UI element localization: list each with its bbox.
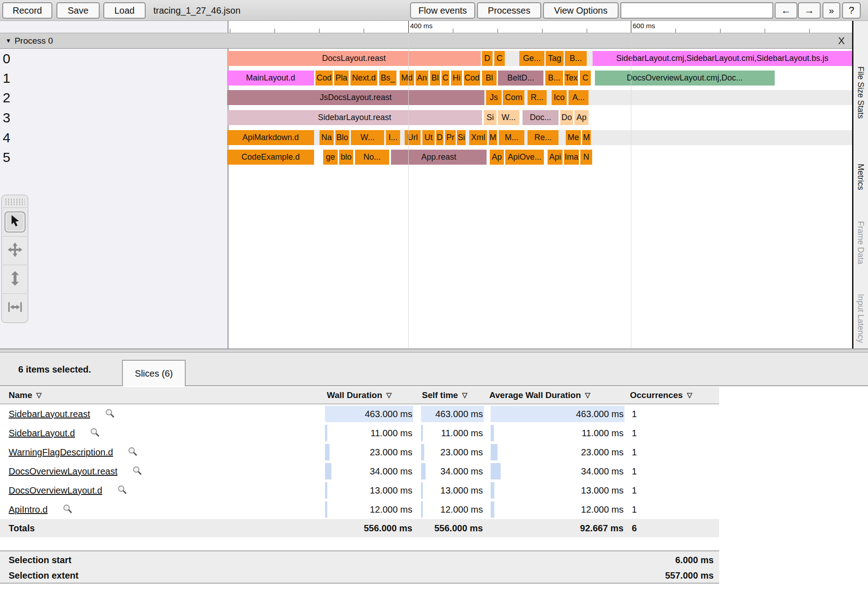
close-process-icon[interactable]: X xyxy=(838,33,845,48)
slice-name-link[interactable]: DocsOverviewLayout.reast xyxy=(9,466,117,477)
trace-slice[interactable]: C xyxy=(580,71,591,86)
trace-slice[interactable]: A... xyxy=(569,90,589,105)
flow-events-button[interactable]: Flow events xyxy=(410,2,475,19)
panel-splitter[interactable] xyxy=(0,348,868,353)
timing-tool-button[interactable] xyxy=(2,294,28,322)
trace-slice[interactable]: SidebarLayout.cmj,SidebarLayout.cmi,Side… xyxy=(593,51,852,66)
trace-slice[interactable]: Js xyxy=(486,90,502,105)
trace-slice[interactable]: DocsOverviewLayout.cmj,Doc... xyxy=(595,71,775,86)
magnifier-icon[interactable] xyxy=(90,427,100,439)
trace-slice[interactable]: Bl xyxy=(482,71,497,86)
trace-slice[interactable]: blo xyxy=(339,150,353,165)
collapse-triangle-icon[interactable]: ▼ xyxy=(5,37,11,44)
slice-name-link[interactable]: SidebarLayout.d xyxy=(9,428,75,439)
trace-slice[interactable]: Cod xyxy=(315,71,333,86)
trace-slice[interactable]: Next.d xyxy=(350,71,377,86)
trace-slice[interactable]: Pr xyxy=(445,130,456,145)
trace-slice[interactable]: Na xyxy=(320,130,334,145)
magnifier-icon[interactable] xyxy=(105,408,115,420)
trace-slice[interactable]: Api xyxy=(548,150,563,165)
process-header[interactable]: ▼ Process 0 X xyxy=(0,33,852,49)
trace-slice[interactable]: W... xyxy=(498,110,519,125)
trace-slice[interactable]: Ico xyxy=(552,90,567,105)
find-previous-button[interactable]: ← xyxy=(775,2,797,19)
trace-slice[interactable]: Blo xyxy=(335,130,349,145)
trace-slice[interactable]: Cod xyxy=(464,71,480,86)
record-button[interactable]: Record xyxy=(2,2,52,19)
pan-tool-button[interactable] xyxy=(2,237,28,265)
trace-slice[interactable]: Ut xyxy=(422,130,435,145)
slice-name-link[interactable]: ApiIntro.d xyxy=(9,504,48,515)
view-options-button[interactable]: View Options xyxy=(543,2,619,19)
trace-slice[interactable]: DocsLayout.reast xyxy=(227,51,481,66)
slice-name-link[interactable]: DocsOverviewLayout.d xyxy=(9,485,102,496)
magnifier-icon[interactable] xyxy=(117,484,127,497)
trace-slice[interactable]: M... xyxy=(499,130,524,145)
trace-slice[interactable]: Ima xyxy=(564,150,579,165)
trace-slice[interactable]: Me xyxy=(566,130,581,145)
trace-slice[interactable]: No... xyxy=(355,150,389,165)
slice-name-link[interactable]: SidebarLayout.reast xyxy=(9,409,90,419)
column-header-self-time[interactable]: Self time▽ xyxy=(422,387,467,403)
trace-slice[interactable]: BeltD... xyxy=(498,71,543,86)
tab-slices[interactable]: Slices (6) xyxy=(122,360,186,386)
trace-slice[interactable]: Ap xyxy=(574,110,589,125)
column-header-occurrences[interactable]: Occurrences▽ xyxy=(630,387,692,403)
selection-tool-button[interactable] xyxy=(2,208,28,236)
sidebar-tab-metrics[interactable]: Metrics xyxy=(856,164,865,190)
trace-slice[interactable]: W... xyxy=(351,130,384,145)
find-next-button[interactable]: → xyxy=(798,2,821,19)
processes-button[interactable]: Processes xyxy=(477,2,541,19)
trace-slice[interactable]: Md xyxy=(400,71,414,86)
slice-name-link[interactable]: WarningFlagDescription.d xyxy=(9,447,113,458)
sidebar-tab-file-size-stats[interactable]: File Size Stats xyxy=(856,66,865,119)
trace-slice[interactable]: Do xyxy=(560,110,573,125)
trace-slice[interactable]: MainLayout.d xyxy=(227,71,314,86)
trace-slice[interactable]: Xml xyxy=(469,130,487,145)
trace-slice[interactable]: Ge... xyxy=(519,51,544,66)
trace-slice[interactable]: Si xyxy=(457,130,466,145)
trace-slice[interactable]: Bs_ xyxy=(379,71,396,86)
overflow-button[interactable]: » xyxy=(822,2,840,19)
magnifier-icon[interactable] xyxy=(62,504,73,516)
trace-slice[interactable]: Com xyxy=(503,90,524,105)
trace-slice[interactable]: M xyxy=(582,130,591,145)
trace-slice[interactable]: Bl xyxy=(430,71,440,86)
column-header-average-wall-duration[interactable]: Average Wall Duration▽ xyxy=(489,387,590,403)
trace-slice[interactable]: CodeExample.d xyxy=(227,150,314,165)
trace-slice[interactable]: JsDocsLayout.reast xyxy=(227,90,484,105)
trace-slice[interactable]: C xyxy=(442,71,449,86)
trace-slice[interactable]: An xyxy=(416,71,428,86)
trace-slice[interactable]: M xyxy=(489,130,497,145)
trace-slice[interactable]: Si xyxy=(484,110,497,125)
trace-slice[interactable]: B... xyxy=(565,51,587,66)
trace-slice[interactable]: Tag xyxy=(546,51,563,66)
trace-slice[interactable]: Doc... xyxy=(523,110,558,125)
trace-slice[interactable]: C xyxy=(494,51,505,66)
trace-slice[interactable]: Tex xyxy=(564,71,578,86)
trace-slice[interactable]: N xyxy=(580,150,592,165)
magnifier-icon[interactable] xyxy=(132,465,142,478)
trace-slice[interactable]: Re... xyxy=(528,130,558,145)
load-button[interactable]: Load xyxy=(103,2,146,19)
trace-slice[interactable]: D xyxy=(436,130,443,145)
trace-slice[interactable]: Url xyxy=(405,130,421,145)
save-button[interactable]: Save xyxy=(56,2,100,19)
trace-slice[interactable]: ApiOve... xyxy=(505,150,544,165)
trace-slice[interactable]: App.reast xyxy=(391,150,487,165)
trace-slice[interactable]: Pla xyxy=(334,71,349,86)
trace-slice[interactable]: ge xyxy=(323,150,338,165)
trace-slice[interactable]: SidebarLayout.reast xyxy=(227,110,482,125)
zoom-tool-button[interactable] xyxy=(2,265,28,293)
palette-grip-handle[interactable] xyxy=(5,198,25,206)
column-header-name[interactable]: Name▽ xyxy=(9,387,41,403)
column-header-wall-duration[interactable]: Wall Duration▽ xyxy=(327,387,391,403)
trace-slice[interactable]: ApiMarkdown.d xyxy=(227,130,314,145)
search-input[interactable] xyxy=(620,2,773,19)
trace-slice[interactable]: Ap xyxy=(490,150,504,165)
trace-slice[interactable]: D xyxy=(482,51,492,66)
trace-slice[interactable]: B... xyxy=(545,71,563,86)
trace-slice[interactable]: I... xyxy=(386,130,400,145)
trace-slice[interactable]: Hi xyxy=(451,71,462,86)
trace-slice[interactable]: R... xyxy=(528,90,547,105)
